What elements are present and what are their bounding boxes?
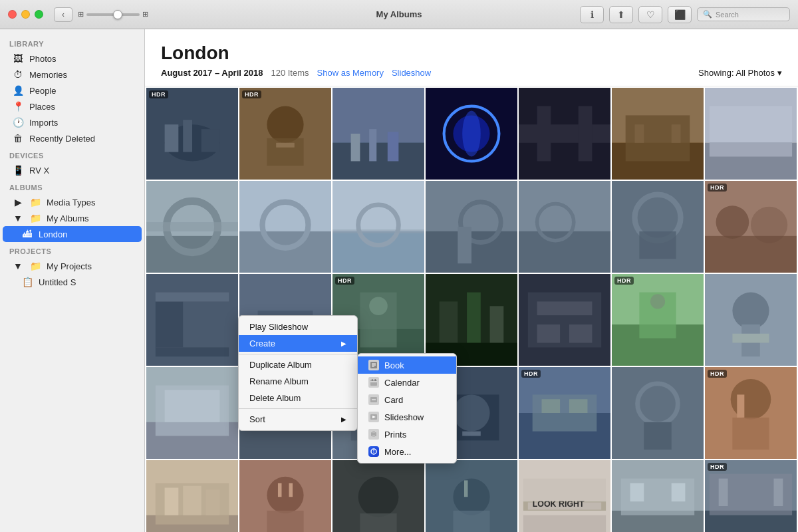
showing-dropdown[interactable]: Showing: All Photos ▾ [698,68,782,78]
photo-cell[interactable] [146,181,238,273]
sidebar-item-memories[interactable]: ⏱ Memories [3,66,142,82]
maximize-button[interactable] [35,10,43,19]
photo-cell[interactable]: HDR [239,88,331,180]
favorite-button[interactable]: ♡ [638,6,662,23]
photo-cell[interactable] [239,460,331,532]
close-button[interactable] [8,10,17,19]
photo-cell[interactable] [426,88,517,180]
svg-rect-118 [183,486,201,515]
search-box[interactable]: 🔍 Search [697,7,790,21]
photo-cell[interactable] [146,274,238,366]
hdr-badge: HDR [521,370,541,378]
sidebar-item-untitled[interactable]: 📋 Untitled S [3,274,142,290]
titlebar: ‹ ⊞ ⊞ My Albums ℹ ⬆ ♡ ⬛ 🔍 Search [0,0,798,29]
sidebar-item-places[interactable]: 📍 Places [3,98,142,114]
sidebar-item-london[interactable]: 🏙 London [3,226,142,242]
ctx-sort[interactable]: Sort ▶ [239,411,357,428]
photo-cell[interactable] [612,181,704,273]
sidebar-item-media-types[interactable]: ▶ 📁 Media Types [3,194,142,210]
photo-cell[interactable]: HDR [705,181,797,273]
photo-cell[interactable] [146,460,238,532]
sidebar-item-my-projects-label: My Projects [47,261,92,271]
svg-rect-2 [165,124,179,152]
ctx-delete-album[interactable]: Delete Album [239,390,357,406]
app-body: Library 🖼 Photos ⏱ Memories 👤 People 📍 P… [0,29,798,532]
search-icon: 🔍 [703,10,712,19]
traffic-lights [8,10,43,19]
zoom-track[interactable] [86,13,140,16]
info-button[interactable]: ℹ [580,6,604,23]
photo-cell[interactable] [519,88,610,180]
ctx-rename-album[interactable]: Rename Album [239,373,357,390]
back-button[interactable]: ‹ [54,7,72,22]
photo-cell[interactable]: HDR [705,460,797,532]
sub-item-prints[interactable]: Prints [358,426,456,443]
sidebar-item-media-types-label: Media Types [47,198,95,207]
sidebar-item-recently-deleted[interactable]: 🗑 Recently Deleted [3,130,142,146]
svg-rect-35 [239,181,331,231]
sidebar-item-my-projects[interactable]: ▼ 📁 My Projects [3,258,142,274]
ctx-play-slideshow[interactable]: Play Slideshow [239,319,357,335]
titlebar-actions: ℹ ⬆ ♡ ⬛ 🔍 Search [580,6,790,23]
media-types-chevron-icon: ▶ [12,197,24,207]
svg-rect-117 [165,487,179,515]
sort-submenu-arrow: ▶ [341,416,346,423]
sub-item-card[interactable]: Card [358,391,456,408]
svg-point-121 [267,477,303,513]
photo-cell[interactable]: HDR [146,88,238,180]
photo-cell[interactable] [705,274,797,366]
sidebar-item-photos[interactable]: 🖼 Photos [3,51,142,66]
sub-item-more[interactable]: More... [358,443,456,460]
sidebar-item-rv-x[interactable]: 📱 RV X [3,162,142,178]
minimize-button[interactable] [21,10,30,19]
my-albums-folder-icon: 📁 [29,213,41,223]
albums-section-header: Albums [0,178,144,194]
photo-cell[interactable]: LOOK RIGHT [519,460,610,532]
slideshow-link[interactable]: Slideshow [392,68,431,78]
svg-rect-113 [737,394,744,418]
photo-cell[interactable] [332,181,424,273]
photo-cell[interactable] [705,88,797,180]
svg-point-126 [358,477,399,517]
ctx-duplicate-album[interactable]: Duplicate Album [239,356,357,373]
photo-cell[interactable] [332,88,424,180]
photo-cell[interactable] [426,460,517,532]
svg-rect-8 [276,143,295,148]
photo-cell[interactable] [146,367,238,459]
photo-cell[interactable] [239,181,331,273]
sub-item-calendar[interactable]: Calendar [358,374,456,391]
projects-section-header: Projects [0,242,144,258]
sidebar-item-rv-x-label: RV X [29,166,49,176]
ctx-create[interactable]: Create ▶ [239,335,357,352]
photo-cell[interactable]: HDR [612,274,704,366]
photo-cell[interactable] [612,460,704,532]
share-button[interactable]: ⬆ [609,6,633,23]
sidebar-item-people[interactable]: 👤 People [3,82,142,98]
show-as-memory-link[interactable]: Show as Memory [317,68,384,78]
photo-cell[interactable] [426,274,517,366]
svg-rect-86 [732,334,769,343]
svg-point-6 [267,106,303,143]
photo-cell[interactable] [612,367,704,459]
sidebar-item-imports[interactable]: 🕐 Imports [3,114,142,130]
zoom-thumb[interactable] [113,10,122,19]
svg-rect-55 [705,236,797,273]
svg-rect-41 [332,229,424,233]
photo-cell[interactable] [426,181,517,273]
export-button[interactable]: ⬛ [668,6,692,23]
chevron-down-icon: ▾ [777,68,782,78]
untitled-icon: 📋 [21,277,33,287]
photo-cell[interactable]: HDR [705,367,797,459]
photo-cell[interactable] [332,460,424,532]
sub-item-book[interactable]: Book [358,356,456,374]
photo-cell[interactable] [612,88,704,180]
sub-item-slideshow[interactable]: Slideshow [358,408,456,426]
svg-point-100 [453,394,489,431]
photo-cell[interactable] [519,274,610,366]
sidebar-item-my-albums[interactable]: ▼ 📁 My Albums [3,210,142,226]
imports-icon: 🕐 [12,117,24,128]
photo-cell[interactable]: HDR [519,367,610,459]
svg-rect-3 [183,120,192,152]
svg-rect-123 [278,483,282,497]
photo-cell[interactable] [519,181,610,273]
